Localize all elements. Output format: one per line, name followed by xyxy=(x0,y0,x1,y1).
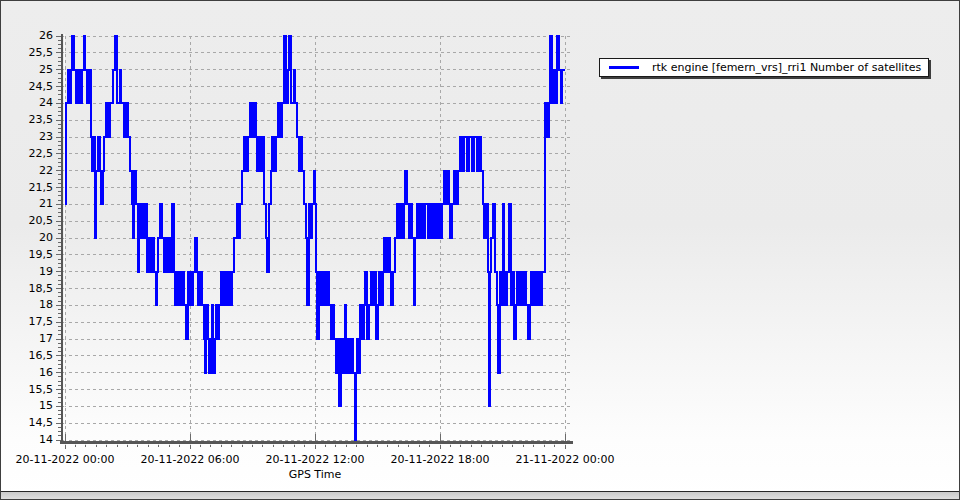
legend-label: rtk engine [femern_vrs]_rri1 Number of s… xyxy=(652,61,921,74)
x-axis-title: GPS Time xyxy=(215,468,415,481)
x-axis-label: 20-11-2022 00:00 xyxy=(0,453,130,466)
x-axis-label: 20-11-2022 12:00 xyxy=(250,453,380,466)
chart-window: 2625,52524,52423,52322,52221,52120,52019… xyxy=(0,0,960,500)
x-axis-label: 20-11-2022 06:00 xyxy=(125,453,255,466)
legend-line-icon xyxy=(609,66,639,69)
x-axis-label: 20-11-2022 18:00 xyxy=(375,453,505,466)
x-axis-label: 21-11-2022 00:00 xyxy=(500,453,630,466)
legend[interactable]: rtk engine [femern_vrs]_rri1 Number of s… xyxy=(599,58,929,77)
window-bottom-edge xyxy=(1,491,959,499)
satellites-chart: 2625,52524,52423,52322,52221,52120,52019… xyxy=(1,1,959,491)
